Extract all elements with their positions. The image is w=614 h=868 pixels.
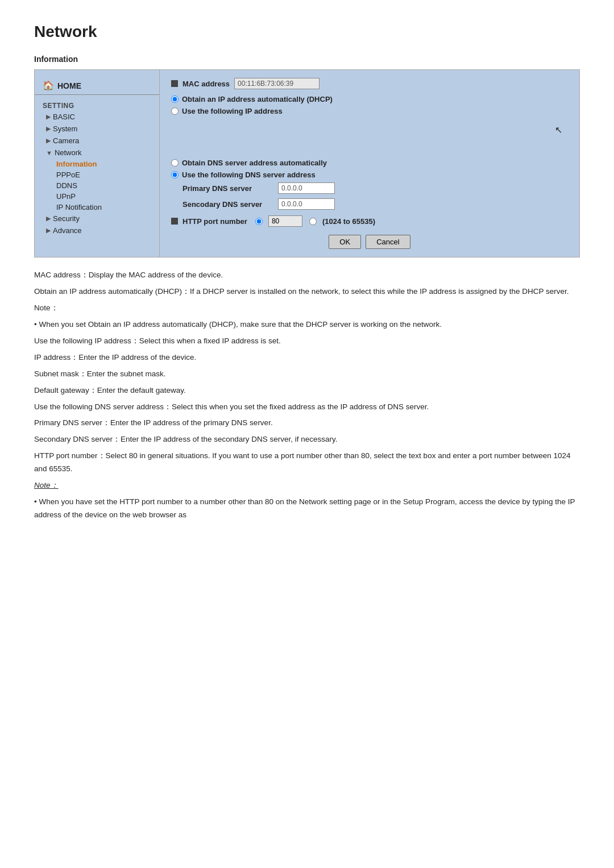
http-port-label: HTTP port number: [182, 217, 247, 226]
upnp-label: UPnP: [56, 192, 76, 201]
sidebar-item-network[interactable]: ▼ Network: [35, 147, 159, 159]
cursor-indicator: ↖: [555, 124, 562, 135]
dns-auto-radio-row: Obtain DNS server address automatically: [171, 159, 568, 167]
sidebar-item-system[interactable]: ▶ System: [35, 123, 159, 135]
desc-subnet: Subnet mask：Enter the subnet mask.: [34, 368, 580, 381]
port-range-label: (1024 to 65535): [322, 217, 375, 226]
sidebar-item-camera[interactable]: ▶ Camera: [35, 135, 159, 147]
dns-manual-radio-row: Use the following DNS server address: [171, 171, 568, 179]
pppoe-label: PPPoE: [56, 171, 80, 179]
information-label: Information: [56, 160, 97, 168]
mac-input: [234, 78, 320, 89]
dns-section: Obtain DNS server address automatically …: [171, 159, 568, 210]
dns-manual-radio[interactable]: [171, 171, 179, 178]
http-port-other-radio[interactable]: [309, 218, 317, 225]
desc-ip-address: IP address：Enter the IP address of the d…: [34, 351, 580, 364]
ddns-label: DDNS: [56, 181, 77, 190]
desc-dns-server: Use the following DNS server address：Sel…: [34, 401, 580, 414]
secondary-dns-label: Sencodary DNS server: [182, 200, 273, 209]
desc-note2-label: Note：: [34, 479, 580, 492]
dhcp-radio[interactable]: [171, 95, 179, 103]
sidebar-sub-item-information[interactable]: Information: [35, 159, 159, 169]
secondary-dns-row: Sencodary DNS server: [171, 198, 568, 210]
fixed-ip-label: Use the following IP address: [182, 107, 283, 115]
ok-button[interactable]: OK: [329, 235, 361, 249]
arrow-icon-system: ▶: [46, 125, 51, 132]
setting-label: SETTING: [35, 99, 159, 111]
http-port-input[interactable]: [268, 215, 302, 227]
system-label: System: [53, 124, 77, 133]
mac-label: MAC address: [182, 80, 230, 88]
ipnotification-label: IP Notification: [56, 203, 102, 211]
desc-primary-dns: Primary DNS server：Enter the IP address …: [34, 417, 580, 430]
basic-label: BASIC: [53, 113, 75, 121]
sidebar-sub-item-ipnotification[interactable]: IP Notification: [35, 202, 159, 213]
desc-dhcp: Obtain an IP address automatically (DHCP…: [34, 285, 580, 298]
arrow-icon: ▶: [46, 113, 51, 121]
sidebar-item-advance[interactable]: ▶ Advance: [35, 225, 159, 236]
primary-dns-label: Primary DNS server: [182, 184, 273, 193]
spacer: ↖: [171, 119, 568, 153]
dns-auto-label: Obtain DNS server address automatically: [182, 159, 327, 167]
sidebar-sub-item-ddns[interactable]: DDNS: [35, 180, 159, 191]
security-label: Security: [53, 214, 80, 223]
sidebar: 🏠 HOME SETTING ▶ BASIC ▶ System ▶ Camera…: [35, 70, 160, 257]
secondary-dns-input[interactable]: [278, 198, 335, 210]
page-title: Network: [34, 23, 580, 41]
fixed-ip-radio[interactable]: [171, 107, 179, 115]
sidebar-home[interactable]: 🏠 HOME: [35, 77, 159, 95]
desc-fixed-ip: Use the following IP address：Select this…: [34, 335, 580, 348]
mac-address-row: MAC address: [171, 78, 568, 89]
cancel-button[interactable]: Cancel: [366, 235, 410, 249]
sidebar-sub-item-pppoe[interactable]: PPPoE: [35, 169, 159, 180]
sidebar-item-basic[interactable]: ▶ BASIC: [35, 111, 159, 123]
arrow-icon-network: ▼: [46, 149, 52, 156]
camera-label: Camera: [53, 136, 79, 145]
dhcp-radio-row: Obtain an IP address automatically (DHCP…: [171, 95, 568, 103]
description-block: MAC address：Display the MAC address of t…: [34, 269, 580, 522]
http-port-radio[interactable]: [255, 218, 263, 225]
primary-dns-row: Primary DNS server: [171, 182, 568, 194]
mac-section-icon: [171, 80, 178, 87]
desc-note1: Note：: [34, 302, 580, 315]
content-area: MAC address Obtain an IP address automat…: [160, 70, 579, 257]
fixed-ip-radio-row: Use the following IP address: [171, 107, 568, 115]
network-label: Network: [55, 148, 82, 157]
primary-dns-input[interactable]: [278, 182, 335, 194]
home-icon: 🏠: [43, 80, 54, 91]
http-section-icon: [171, 218, 178, 225]
arrow-icon-camera: ▶: [46, 137, 51, 144]
desc-note2-detail: • When you have set the HTTP port number…: [34, 496, 580, 522]
http-port-radio-other: [309, 218, 319, 225]
desc-mac: MAC address：Display the MAC address of t…: [34, 269, 580, 282]
desc-note1-detail: • When you set Obtain an IP address auto…: [34, 318, 580, 331]
sidebar-sub-item-upnp[interactable]: UPnP: [35, 191, 159, 202]
arrow-icon-security: ▶: [46, 215, 51, 222]
advance-label: Advance: [53, 226, 82, 235]
sidebar-item-security[interactable]: ▶ Security: [35, 213, 159, 225]
desc-gateway: Default gateway：Enter the default gatewa…: [34, 384, 580, 397]
http-port-radio-selected: [255, 218, 265, 225]
note-italic: Note：: [34, 481, 59, 489]
main-panel: 🏠 HOME SETTING ▶ BASIC ▶ System ▶ Camera…: [34, 69, 580, 258]
http-port-row: HTTP port number (1024 to 65535): [171, 215, 568, 227]
section-label: Information: [34, 55, 580, 64]
desc-http-port: HTTP port number：Select 80 in general si…: [34, 450, 580, 476]
dns-auto-radio[interactable]: [171, 159, 179, 167]
arrow-icon-advance: ▶: [46, 227, 51, 234]
button-row: OK Cancel: [171, 235, 568, 249]
dns-manual-label: Use the following DNS server address: [182, 171, 316, 179]
home-label: HOME: [57, 81, 81, 90]
desc-secondary-dns: Secondary DNS server：Enter the IP addres…: [34, 433, 580, 446]
dhcp-label: Obtain an IP address automatically (DHCP…: [182, 95, 333, 103]
